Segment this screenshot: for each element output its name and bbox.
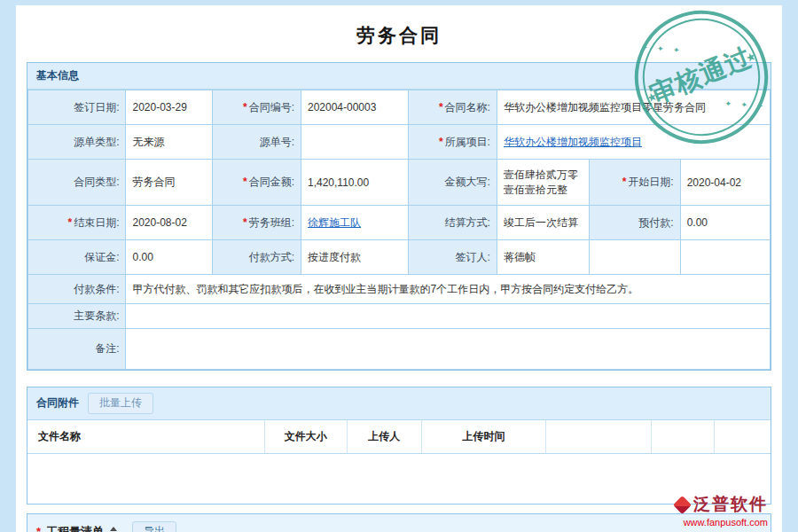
advance-label: 预付款: [589, 206, 680, 240]
col-empty [714, 420, 771, 454]
brand-url[interactable]: www.fanpusoft.com [676, 517, 768, 528]
col-empty [652, 420, 714, 454]
page-title: 劳务合同 [16, 5, 782, 62]
pay-method-label: 付款方式: [212, 240, 301, 275]
sign-date-label: 签订日期: [28, 90, 126, 125]
col-empty [546, 420, 652, 454]
content-panel: 劳务合同 ✦ ✦ ✦ ★ 审核通过 ★ ✦ ✦ ✦ 基本信息 签订日期: 202… [16, 5, 782, 532]
contract-amount-value: 1,420,110.00 [301, 160, 408, 206]
pay-terms-value: 甲方代付款、罚款和其它应扣款项后，在收到业主当期计量款的7个工作日内，甲方按合同… [126, 275, 771, 304]
pay-terms-label: 付款条件: [28, 275, 126, 304]
project-link[interactable]: 华软办公楼增加视频监控项目 [504, 136, 642, 148]
contract-no-label: *合同编号: [212, 90, 301, 125]
col-uploader: 上传人 [347, 420, 421, 454]
amount-caps-value: 壹佰肆拾贰万零壹佰壹拾元整 [497, 160, 589, 206]
fanpu-brand: 泛普软件 www.fanpusoft.com [676, 493, 768, 528]
attachments-empty-body [27, 454, 771, 504]
source-no-value [301, 125, 408, 160]
contract-name-value: 华软办公楼增加视频监控项目零星劳务合同 [497, 90, 770, 125]
start-date-value: 2020-04-02 [680, 160, 770, 206]
empty-cell [680, 240, 770, 275]
attachments-table: 文件名称 文件大小 上传人 上传时间 [27, 420, 771, 454]
export-button[interactable]: 导出 [132, 521, 176, 532]
main-terms-label: 主要条款: [28, 304, 126, 329]
settlement-label: 结算方式: [408, 206, 497, 240]
main-terms-value [126, 304, 771, 329]
sort-icon[interactable] [110, 527, 117, 532]
sort-up-arrow-icon [110, 527, 117, 531]
contract-type-value: 劳务合同 [126, 160, 212, 206]
source-type-label: 源单类型: [28, 125, 126, 160]
fanpu-logo-icon [673, 495, 692, 513]
boq-title: 工程量清单 [46, 524, 104, 532]
end-date-value: 2020-08-02 [126, 206, 212, 240]
col-file-size: 文件大小 [264, 420, 347, 454]
end-date-label: *结束日期: [28, 206, 126, 240]
amount-caps-label: 金额大写: [408, 160, 497, 206]
source-type-value: 无来源 [126, 125, 212, 160]
basic-info-table: 签订日期: 2020-03-29 *合同编号: 202004-00003 *合同… [27, 90, 771, 370]
attachments-section: 合同附件 批量上传 文件名称 文件大小 上传人 上传时间 [27, 387, 771, 505]
settlement-value: 竣工后一次结算 [497, 206, 589, 240]
signer-label: 签订人: [408, 240, 497, 275]
contract-name-label: *合同名称: [408, 90, 497, 125]
basic-info-title: 基本信息 [36, 68, 79, 83]
col-upload-time: 上传时间 [421, 420, 546, 454]
remark-value [126, 329, 771, 370]
attachments-header: 合同附件 批量上传 [27, 387, 771, 420]
basic-info-section: 基本信息 签订日期: 2020-03-29 *合同编号: 202004-0000… [27, 62, 771, 371]
source-no-label: 源单号: [212, 125, 301, 160]
deposit-label: 保证金: [28, 240, 126, 275]
deposit-value: 0.00 [126, 240, 212, 275]
project-value: 华软办公楼增加视频监控项目 [497, 125, 770, 160]
empty-cell [589, 240, 680, 275]
batch-upload-button[interactable]: 批量上传 [88, 393, 153, 414]
project-label: *所属项目: [408, 125, 497, 160]
boq-section-header: * 工程量清单 导出 [27, 513, 771, 532]
remark-label: 备注: [28, 329, 126, 370]
labor-team-value: 徐辉施工队 [301, 206, 408, 240]
contract-no-value: 202004-00003 [301, 90, 408, 125]
contract-type-label: 合同类型: [28, 160, 126, 206]
start-date-label: *开始日期: [589, 160, 680, 206]
pay-method-value: 按进度付款 [301, 240, 408, 275]
contract-amount-label: *合同金额: [212, 160, 301, 206]
brand-name: 泛普软件 [693, 493, 768, 516]
signer-value: 蒋德帧 [497, 240, 589, 275]
col-file-name: 文件名称 [27, 420, 264, 454]
basic-info-header: 基本信息 [27, 63, 771, 90]
advance-value: 0.00 [680, 206, 770, 240]
boq-required-mark: * [36, 525, 41, 532]
sign-date-value: 2020-03-29 [126, 90, 212, 125]
labor-team-label: *劳务班组: [212, 206, 301, 240]
attachments-title: 合同附件 [36, 395, 79, 411]
labor-team-link[interactable]: 徐辉施工队 [308, 216, 361, 229]
